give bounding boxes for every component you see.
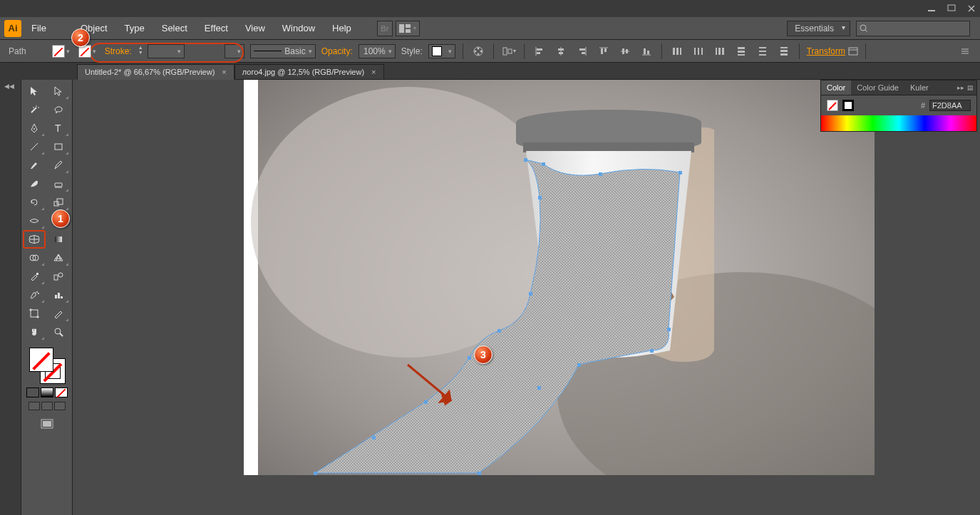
document-tab-active[interactable]: Untitled-2* @ 66,67% (RGB/Preview) × [77,64,234,80]
svg-point-81 [36,291,38,293]
distribute-left-icon[interactable] [669,43,685,59]
expand-panels-icon[interactable]: ◀◀ [0,80,21,90]
menu-effect[interactable]: Effect [197,20,235,36]
slice-tool-icon[interactable] [48,305,69,322]
fill-swatch[interactable]: ▾ [52,45,70,58]
align-bottom-icon[interactable] [639,43,654,59]
color-mode-row[interactable] [26,387,68,397]
collapse-panel-icon[interactable]: ▸▸ [957,84,964,91]
opacity-input[interactable]: 100%▾ [359,44,396,58]
color-guide-tab[interactable]: Color Guide [851,80,904,95]
svg-rect-49 [780,47,788,48]
pencil-tool-icon[interactable] [48,157,69,174]
color-spectrum[interactable] [821,115,976,131]
align-left-icon[interactable] [532,43,547,59]
panel-collapse-strip[interactable]: ◀◀ [0,80,21,515]
gradient-tool-icon[interactable] [48,231,69,248]
opacity-label[interactable]: Opacity: [321,46,353,56]
color-tab[interactable]: Color [821,80,851,95]
eraser-tool-icon[interactable] [48,175,69,192]
kuler-tab[interactable]: Kuler [904,80,934,95]
rotate-tool-icon[interactable] [24,194,45,211]
stroke-swatch[interactable]: ▾ [78,45,96,58]
workspace-switcher[interactable]: Essentials [787,21,850,36]
zoom-tool-icon[interactable] [48,323,69,340]
symbol-sprayer-tool-icon[interactable] [24,286,45,303]
draw-mode-row[interactable] [29,402,66,410]
align-vcenter-icon[interactable] [617,43,633,59]
distribute-top-icon[interactable] [733,43,749,59]
distribute-hcenter-icon[interactable] [691,43,706,59]
menu-view[interactable]: View [238,20,272,36]
menu-object[interactable]: Object [73,20,115,36]
search-box[interactable] [856,21,970,36]
scale-tool-icon[interactable] [48,194,69,211]
control-bar-menu-icon[interactable] [957,43,973,59]
free-transform-tool-icon[interactable] [48,212,69,229]
lasso-tool-icon[interactable] [48,101,69,118]
magic-wand-tool-icon[interactable] [24,101,45,118]
menu-window[interactable]: Window [275,20,322,36]
maximize-button[interactable] [943,0,960,17]
svg-rect-118 [372,436,376,439]
align-panel-icon[interactable]: ▾ [501,43,517,59]
menu-edit[interactable] [56,26,71,31]
selection-type-label: Path [9,46,26,56]
artboard-tool-icon[interactable] [24,305,45,322]
svg-rect-15 [508,49,512,53]
distribute-vcenter-icon[interactable] [755,43,770,59]
graphic-style[interactable]: ▾ [428,44,455,58]
align-right-icon[interactable] [574,43,590,59]
mesh-tool-icon[interactable] [24,231,45,248]
shape-builder-tool-icon[interactable] [24,249,45,266]
svg-rect-83 [55,295,57,298]
width-tool-icon[interactable] [24,212,45,229]
bridge-icon[interactable]: Br [377,21,393,36]
variable-width-profile[interactable]: ▾ [225,44,244,58]
recolor-artwork-icon[interactable] [470,43,486,59]
svg-rect-78 [36,273,38,275]
stroke-label[interactable]: Stroke: [105,46,132,56]
brush-definition[interactable]: Basic ▾ [250,44,316,58]
perspective-grid-tool-icon[interactable] [48,249,69,266]
tab-close-icon[interactable]: × [371,68,376,76]
search-input[interactable] [871,24,966,33]
hex-input[interactable] [929,100,971,111]
pen-tool-icon[interactable] [24,120,45,137]
screen-mode-icon[interactable] [36,416,58,432]
menu-type[interactable]: Type [118,20,152,36]
align-top-icon[interactable] [596,43,612,59]
rectangle-tool-icon[interactable] [48,138,69,155]
menu-help[interactable]: Help [325,20,359,36]
column-graph-tool-icon[interactable] [48,286,69,303]
menu-file[interactable]: File [24,20,53,36]
minimize-button[interactable] [923,0,940,17]
panel-menu-icon[interactable]: ▤ [967,84,974,91]
right-panel-dock: Color Color Guide Kuler ▸▸ ▤ # [820,80,977,132]
tab-close-icon[interactable]: × [222,68,226,76]
distribute-bottom-icon[interactable] [776,43,792,59]
eyedropper-tool-icon[interactable] [24,268,45,285]
distribute-right-icon[interactable] [712,43,728,59]
panel-stroke-swatch[interactable] [842,100,854,111]
hand-tool-icon[interactable] [24,323,45,340]
selection-tool-icon[interactable] [24,83,45,100]
arrange-documents-icon[interactable]: ▾ [396,21,420,36]
canvas-area[interactable]: Молочное кофе Coffee shop [73,80,980,515]
svg-rect-72 [61,217,63,218]
panel-fill-swatch[interactable] [827,100,838,111]
fill-stroke-indicator[interactable] [29,348,65,383]
blend-tool-icon[interactable] [48,268,69,285]
transform-link[interactable]: Transform [807,46,858,56]
stroke-weight-input[interactable]: ▾ [148,44,185,58]
direct-selection-tool-icon[interactable] [48,83,69,100]
svg-rect-32 [644,48,646,54]
close-button[interactable] [963,0,980,17]
line-tool-icon[interactable] [24,138,45,155]
align-hcenter-icon[interactable] [553,43,569,59]
blob-brush-tool-icon[interactable] [24,175,45,192]
menu-select[interactable]: Select [155,20,195,36]
document-tab-inactive[interactable]: лого4.jpg @ 12,5% (RGB/Preview) × [234,64,384,80]
paintbrush-tool-icon[interactable] [24,157,45,174]
type-tool-icon[interactable]: T [48,120,69,137]
